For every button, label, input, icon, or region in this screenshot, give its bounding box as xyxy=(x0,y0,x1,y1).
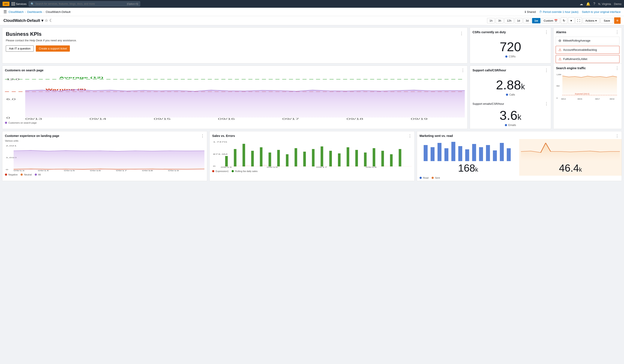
bell-icon[interactable]: 🔔 xyxy=(586,2,590,6)
svg-text:09/14: 09/14 xyxy=(89,118,106,120)
services-label: Services xyxy=(16,2,26,5)
svg-rect-31 xyxy=(234,149,236,166)
svg-text:09/14: 09/14 xyxy=(38,170,49,172)
alarm-item-1[interactable]: ⊖ 6WeekRollingAverage xyxy=(556,37,620,45)
calendar-icon: 📅 xyxy=(554,19,558,22)
time-1d[interactable]: 1d xyxy=(515,18,522,23)
svg-rect-62 xyxy=(472,144,476,161)
grid-menu-button[interactable]: Services xyxy=(12,2,26,5)
search-engine-menu[interactable]: ⋮ xyxy=(615,66,619,71)
svg-rect-65 xyxy=(493,150,497,161)
negative-label: Negative xyxy=(8,173,18,176)
alarm-name-3: FullfullmentSLAMet xyxy=(563,57,587,61)
support-calls-menu[interactable]: ⋮ xyxy=(545,68,548,73)
breadcrumb-dashboards[interactable]: Dashboards xyxy=(27,10,42,14)
breadcrumb-cloudwatch[interactable]: CloudWatch xyxy=(9,10,24,14)
svg-text:12.0: 12.0 xyxy=(6,78,19,81)
svg-text:6.0: 6.0 xyxy=(6,98,16,101)
shared-button[interactable]: ℹ Shared xyxy=(525,10,536,14)
sales-errors-menu[interactable]: ⋮ xyxy=(408,133,412,138)
dropdown-icon[interactable]: ▾ xyxy=(41,18,43,23)
info-icon: ℹ xyxy=(525,10,526,14)
breadcrumb-bar: ☰ CloudWatch › Dashboards › CloudWatch-D… xyxy=(0,8,624,16)
time-12h[interactable]: 12h xyxy=(504,18,514,23)
refresh-dropdown-button[interactable]: ▾ xyxy=(568,17,574,24)
customers-search-chart: Average (12) Warning (8) 12.0 6.0 0 xyxy=(2,74,467,121)
svg-text:09/17: 09/17 xyxy=(316,166,327,168)
svg-text:09/15: 09/15 xyxy=(267,166,278,168)
svg-text:09/19: 09/19 xyxy=(610,98,614,100)
help-icon[interactable]: ? xyxy=(593,2,595,6)
alarm-item-3[interactable]: ⚠ FullfullmentSLAMet xyxy=(556,55,620,63)
support-calls-number-area: 2.88k Calls xyxy=(470,74,551,101)
search-bar[interactable]: 🔍 [Option+S] xyxy=(29,1,140,6)
time-1w[interactable]: 1w xyxy=(532,18,540,23)
hamburger-menu[interactable]: ☰ xyxy=(3,9,7,14)
support-emails-legend: Emails xyxy=(505,124,516,127)
csrs-widget-menu[interactable]: ⋮ xyxy=(545,30,548,34)
period-override-button[interactable]: ⏱ Period override 1 hour (auto) xyxy=(539,10,578,14)
customers-search-svg: Average (12) Warning (8) 12.0 6.0 0 xyxy=(5,75,465,120)
search-input[interactable] xyxy=(35,2,127,5)
switch-interface-link[interactable]: Switch to your original interface xyxy=(582,10,621,14)
breadcrumb-sep-2: › xyxy=(44,10,44,14)
all-dot xyxy=(35,174,37,176)
support-emails-title: Support emails/CSR/hour xyxy=(472,102,504,105)
custom-time-button[interactable]: Custom 📅 xyxy=(541,18,560,23)
marketing-menu[interactable]: ⋮ xyxy=(615,133,619,138)
sent-label: Sent xyxy=(435,177,440,179)
support-emails-value: 3.6k xyxy=(499,109,521,122)
svg-rect-33 xyxy=(251,151,254,166)
svg-rect-42 xyxy=(329,151,332,166)
time-1h[interactable]: 1h xyxy=(487,18,495,23)
support-calls-legend: Calls xyxy=(506,93,515,96)
alarm-item-2[interactable]: ⚠ AccountReceivableBacklog xyxy=(556,46,620,54)
svg-text:09/13: 09/13 xyxy=(561,98,566,100)
breadcrumb-current: CloudWatch-Default xyxy=(46,10,71,14)
svg-rect-43 xyxy=(338,153,340,166)
cloud-icon[interactable]: ☁ xyxy=(580,2,583,6)
fullscreen-button[interactable]: ⛶ xyxy=(575,17,582,24)
kpi-buttons: Ask IT a question Create a support ticke… xyxy=(6,45,77,52)
customer-landing-units: Various units xyxy=(2,139,207,142)
time-3d[interactable]: 3d xyxy=(523,18,531,23)
customer-landing-menu[interactable]: ⋮ xyxy=(201,133,205,138)
rolling-sales-label: Rolling 6w daily sales xyxy=(235,170,258,172)
refresh-button[interactable]: ↻ xyxy=(561,17,567,24)
svg-marker-18 xyxy=(14,150,205,170)
create-ticket-button[interactable]: Create a support ticket xyxy=(36,45,70,52)
neutral-dot xyxy=(21,174,23,176)
add-widget-button[interactable]: + xyxy=(614,17,621,24)
kpi-widget-menu[interactable]: ⋮ xyxy=(460,31,464,36)
support-emails-number-area: 3.6k Emails xyxy=(470,107,551,129)
marketing-read-chart xyxy=(419,141,518,162)
all-label: All xyxy=(38,173,41,176)
csrs-widget-title: CSRs currently on duty xyxy=(472,30,506,34)
support-emails-menu[interactable]: ⋮ xyxy=(545,101,548,106)
svg-rect-58 xyxy=(444,148,448,161)
actions-button[interactable]: Actions ▾ xyxy=(583,18,600,23)
svg-rect-66 xyxy=(500,143,504,161)
svg-rect-36 xyxy=(277,150,280,166)
account-selector[interactable]: Demo xyxy=(614,2,622,5)
moon-icon[interactable]: ☾ xyxy=(49,18,53,23)
kpi-title: Business KPIs xyxy=(6,31,77,37)
svg-text:09/13: 09/13 xyxy=(25,118,42,120)
star-icon[interactable]: ☆ xyxy=(45,18,48,23)
customers-search-menu[interactable]: ⋮ xyxy=(461,68,465,73)
svg-rect-61 xyxy=(465,149,469,161)
svg-rect-67 xyxy=(507,148,511,161)
region-selector[interactable]: N. Virginia xyxy=(598,2,611,5)
read-label: Read xyxy=(423,177,429,179)
customers-legend-dot xyxy=(5,122,7,124)
rolling-sales-dot xyxy=(232,170,234,172)
alarms-menu[interactable]: ⋮ xyxy=(615,30,619,34)
svg-rect-39 xyxy=(303,152,306,166)
time-3h[interactable]: 3h xyxy=(496,18,503,23)
support-calls-title: Support calls/CSR/hour xyxy=(472,69,506,72)
svg-text:2,021: 2,021 xyxy=(6,145,17,147)
marketing-numbers: 168k xyxy=(417,139,622,176)
ask-it-button[interactable]: Ask IT a question xyxy=(6,45,34,52)
save-button[interactable]: Save xyxy=(600,18,613,23)
support-calls-legend-label: Calls xyxy=(509,93,515,96)
